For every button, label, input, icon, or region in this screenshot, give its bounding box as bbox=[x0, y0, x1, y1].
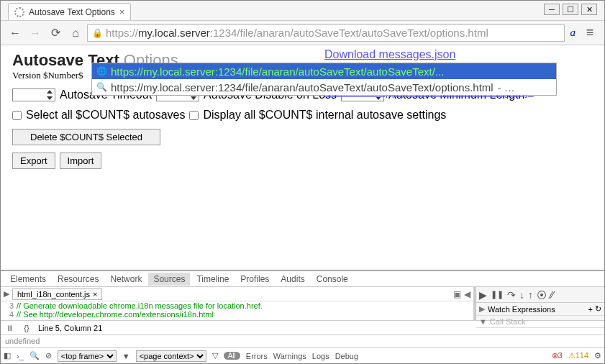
devtools-tab-timeline[interactable]: Timeline bbox=[191, 273, 234, 286]
search-icon: 🔍 bbox=[96, 82, 106, 92]
back-button[interactable]: ← bbox=[6, 24, 24, 42]
devtools-tab-console[interactable]: Console bbox=[311, 273, 353, 286]
select-all-label: Select all $COUNT$ autosaves bbox=[26, 109, 185, 122]
frame-chevron-icon[interactable]: ▼ bbox=[122, 352, 130, 360]
console-toggle-icon[interactable]: ›_ bbox=[17, 352, 24, 360]
filter-debug[interactable]: Debug bbox=[335, 352, 358, 360]
download-messages-link[interactable]: Download messages.json bbox=[324, 48, 534, 61]
resume-icon[interactable]: ▶ bbox=[479, 289, 487, 301]
pause-icon[interactable]: ❚❚ bbox=[491, 290, 504, 299]
home-button[interactable]: ⌂ bbox=[67, 24, 84, 42]
devtools-tabs: Elements Resources Network Sources Timel… bbox=[1, 271, 604, 287]
window-close-button[interactable]: ✕ bbox=[581, 4, 597, 15]
debugger-sidebar: ▶ ❚❚ ↷ ↓ ↑ ⦿ ⁄⁄ ▶ Watch Expressions + ↻ … bbox=[476, 287, 604, 320]
chevron-down-icon: ▼ bbox=[479, 317, 487, 326]
watch-expressions-section[interactable]: ▶ Watch Expressions + ↻ bbox=[476, 303, 604, 316]
code-line: // See http://developer.chrome.com/exten… bbox=[17, 310, 214, 319]
suggestion-suffix: - … bbox=[498, 81, 515, 94]
warning-count-badge[interactable]: ⚠114 bbox=[568, 351, 588, 360]
forward-button[interactable]: → bbox=[27, 24, 44, 42]
select-all-checkbox[interactable] bbox=[12, 111, 22, 120]
filter-logs[interactable]: Logs bbox=[312, 352, 329, 360]
context-selector[interactable]: <page context> bbox=[136, 350, 206, 362]
url-scheme: https:// bbox=[106, 27, 138, 39]
step-into-icon[interactable]: ↓ bbox=[519, 289, 524, 301]
devtools-tab-audits[interactable]: Audits bbox=[276, 273, 309, 286]
devtools-tab-resources[interactable]: Resources bbox=[53, 273, 104, 286]
suggestion-item[interactable]: 🌐 https://my.local.server:1234/file/anar… bbox=[92, 63, 556, 79]
code-line: // Generate downloadable chrome.i18n mes… bbox=[17, 301, 263, 310]
clear-icon[interactable]: ⊘ bbox=[45, 351, 52, 360]
autosave-timeout-input[interactable] bbox=[12, 88, 55, 101]
sources-pane: ▶ html_i18n_content.js × ▣ ◀ 3// Generat… bbox=[1, 287, 476, 320]
refresh-watch-icon[interactable]: ↻ bbox=[595, 304, 601, 314]
globe-icon: 🌐 bbox=[96, 66, 106, 76]
import-button[interactable]: Import bbox=[60, 153, 102, 169]
extension-badge[interactable]: a bbox=[568, 27, 579, 39]
display-all-checkbox[interactable] bbox=[189, 111, 199, 120]
console-output[interactable]: undefined bbox=[1, 335, 604, 347]
add-watch-icon[interactable]: + bbox=[588, 305, 593, 314]
devtools-tab-network[interactable]: Network bbox=[105, 273, 147, 286]
browser-menu-button[interactable]: ≡ bbox=[581, 24, 599, 42]
delete-selected-button[interactable]: Delete $COUNT$ Selected bbox=[12, 129, 160, 145]
devtools-tab-sources[interactable]: Sources bbox=[148, 273, 190, 286]
window-maximize-button[interactable]: ☐ bbox=[563, 4, 578, 15]
url-host: my.local.server bbox=[138, 27, 210, 39]
address-bar[interactable]: 🔒 https:// my.local.server :1234 /file/a… bbox=[87, 24, 565, 42]
devtools-panel: Elements Resources Network Sources Timel… bbox=[1, 270, 604, 363]
call-stack-section[interactable]: ▼ Call Stack bbox=[476, 316, 604, 328]
lock-icon: 🔒 bbox=[92, 28, 103, 38]
url-path: /file/anaran/autoSaveText/autoSaveText/o… bbox=[237, 27, 488, 39]
step-over-icon[interactable]: ↷ bbox=[507, 289, 516, 301]
gear-icon[interactable]: ⚙ bbox=[594, 351, 601, 360]
url-port: :1234 bbox=[210, 27, 237, 39]
browser-tab-strip: Autosave Text Options × bbox=[1, 1, 604, 21]
url-suggestions-dropdown: 🌐 https://my.local.server:1234/file/anar… bbox=[91, 63, 557, 96]
chevron-left-icon[interactable]: ◀ bbox=[464, 289, 470, 299]
history-back-icon[interactable]: ▣ bbox=[453, 289, 461, 299]
suggestion-text: https://my.local.server:1234/file/anaran… bbox=[111, 81, 493, 94]
reload-button[interactable]: ⟳ bbox=[47, 24, 64, 42]
display-all-label: Display all $COUNT$ internal autosave se… bbox=[203, 109, 446, 122]
frame-selector[interactable]: <top frame> bbox=[58, 350, 117, 362]
braces-icon[interactable]: {} bbox=[21, 324, 32, 332]
pause-circle-icon[interactable]: ⏸ bbox=[4, 324, 15, 332]
source-file-tab[interactable]: html_i18n_content.js × bbox=[12, 288, 102, 300]
close-icon[interactable]: × bbox=[93, 290, 97, 299]
search-icon[interactable]: 🔍 bbox=[29, 351, 40, 360]
file-tab-name: html_i18n_content.js bbox=[17, 290, 90, 299]
devtools-footer: ◧ ›_ 🔍 ⊘ <top frame> ▼ <page context> ▽ … bbox=[1, 347, 604, 363]
tab-title: Autosave Text Options bbox=[29, 7, 115, 17]
pause-exceptions-icon[interactable]: ⁄⁄ bbox=[550, 289, 554, 301]
browser-toolbar: ← → ⟳ ⌂ 🔒 https:// my.local.server :1234… bbox=[1, 21, 604, 45]
devtools-tab-elements[interactable]: Elements bbox=[5, 273, 51, 286]
chevron-right-icon: ▶ bbox=[479, 304, 485, 314]
filter-all[interactable]: All bbox=[224, 352, 240, 360]
window-minimize-button[interactable]: ─ bbox=[544, 4, 560, 15]
step-out-icon[interactable]: ↑ bbox=[528, 289, 533, 301]
filter-warnings[interactable]: Warnings bbox=[273, 352, 306, 360]
tab-close-icon[interactable]: × bbox=[119, 6, 125, 17]
filter-errors[interactable]: Errors bbox=[246, 352, 268, 360]
navigator-toggle-icon[interactable]: ▶ bbox=[4, 289, 9, 299]
tab-favicon bbox=[14, 7, 24, 17]
error-count-badge[interactable]: ⊗3 bbox=[552, 351, 563, 360]
filter-icon[interactable]: ▽ bbox=[212, 351, 218, 360]
dock-icon[interactable]: ◧ bbox=[4, 351, 11, 360]
code-editor[interactable]: 3// Generate downloadable chrome.i18n me… bbox=[1, 301, 473, 320]
cursor-position: Line 5, Column 21 bbox=[38, 324, 102, 332]
devtools-tab-profiles[interactable]: Profiles bbox=[235, 273, 274, 286]
breakpoints-icon[interactable]: ⦿ bbox=[537, 289, 547, 301]
suggestion-text: https://my.local.server:1234/file/anaran… bbox=[111, 65, 444, 78]
browser-tab[interactable]: Autosave Text Options × bbox=[8, 3, 131, 20]
export-button[interactable]: Export bbox=[12, 153, 55, 169]
suggestion-item[interactable]: 🔍 https://my.local.server:1234/file/anar… bbox=[92, 79, 556, 95]
